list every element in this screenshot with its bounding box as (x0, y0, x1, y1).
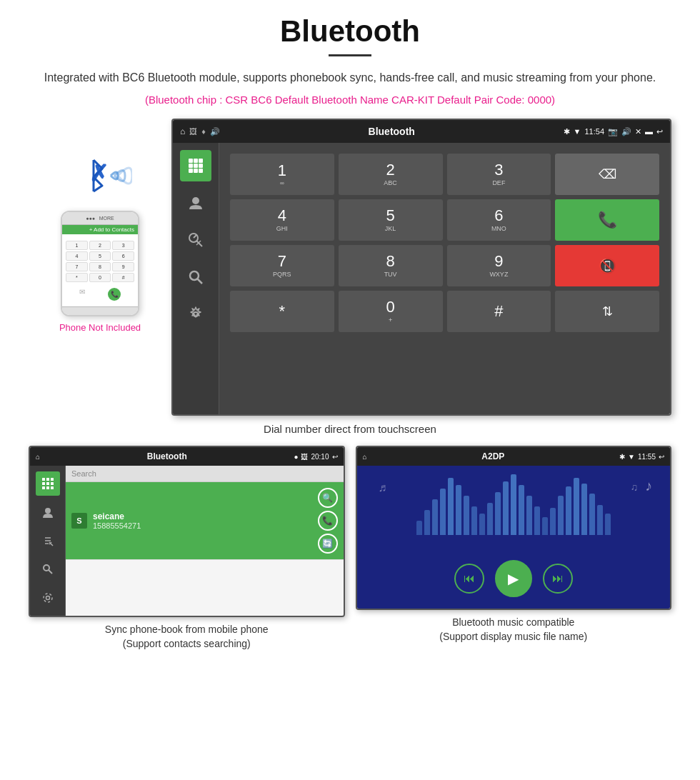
pb-home-icon[interactable]: ⌂ (36, 453, 40, 461)
dial-key-call[interactable]: 📞 (555, 199, 659, 241)
sidebar-recents[interactable] (180, 224, 211, 256)
phone-key-5[interactable]: 5 (89, 251, 111, 261)
phone-key-0[interactable]: 0 (89, 273, 111, 282)
volume-icon[interactable]: 🔊 (621, 127, 631, 136)
contact-letter: S (71, 513, 87, 529)
pb-dot-icon: ● (294, 453, 298, 461)
phone-call-button[interactable]: 📞 (108, 288, 121, 301)
pb-search-icon[interactable] (36, 557, 60, 581)
search-contact-button[interactable]: 🔍 (318, 488, 338, 508)
chip-info: (Bluetooth chip : CSR BC6 Default Blueto… (29, 94, 671, 106)
dial-key-7[interactable]: 7 PQRS (230, 245, 334, 286)
dial-key-0[interactable]: 0 + (339, 291, 443, 332)
dial-key-delete[interactable]: ⌫ (555, 154, 659, 195)
phone-top-bar: ●●● MORE (62, 212, 138, 225)
svg-rect-8 (189, 169, 193, 173)
phone-key-6[interactable]: 6 (112, 251, 134, 261)
dial-key-6[interactable]: 6 MNO (447, 199, 551, 241)
music-back-icon[interactable]: ↩ (659, 453, 664, 461)
contact-name: seicane (93, 511, 312, 521)
close-icon[interactable]: ✕ (635, 127, 641, 136)
svg-rect-24 (51, 482, 54, 485)
contact-row[interactable]: S seicane 15885554271 🔍 📞 🔄 (66, 482, 344, 560)
camera-icon[interactable]: 📷 (608, 127, 618, 136)
svg-rect-5 (189, 164, 193, 168)
title-underline (329, 54, 371, 56)
phonebook-search[interactable]: Search (66, 466, 344, 482)
subtitle: Integrated with BC6 Bluetooth module, su… (29, 69, 671, 86)
dial-key-3[interactable]: 3 DEF (447, 154, 551, 195)
phonebook-screenshot: ⌂ Bluetooth ● 🖼 20:10 ↩ (29, 446, 345, 651)
svg-rect-2 (189, 159, 193, 163)
dial-key-1[interactable]: 1 ∞ (230, 154, 334, 195)
music-bars (368, 478, 660, 535)
phone-key-1[interactable]: 1 (66, 241, 88, 250)
music-screenshot: ⌂ A2DP ✱ ▼ 11:55 ↩ ♪ ♫ ♬ (356, 446, 672, 651)
music-next-button[interactable]: ⏭ (543, 564, 573, 594)
call-contact-button[interactable]: 📞 (318, 511, 338, 531)
svg-line-17 (197, 279, 202, 284)
music-note-1: ♪ (645, 478, 652, 494)
media-icon: 🖼 (189, 127, 197, 136)
statusbar-icons: ✱ ▼ 11:54 📷 🔊 ✕ ▬ ↩ (564, 127, 663, 136)
wifi-icon: ▼ (574, 127, 581, 136)
page-container: Bluetooth Integrated with BC6 Bluetooth … (0, 0, 700, 672)
pb-recents-icon[interactable] (36, 529, 60, 553)
sidebar-contacts[interactable] (180, 187, 211, 219)
pb-back-icon[interactable]: ↩ (332, 453, 338, 461)
sidebar-search[interactable] (180, 261, 211, 293)
main-area: ✗ ●●● MORE + Add to Contacts (29, 119, 671, 416)
dial-key-end[interactable]: 📵 (555, 245, 659, 286)
svg-point-36 (46, 596, 49, 600)
svg-rect-20 (46, 478, 49, 481)
music-caption: Bluetooth music compatible (Support disp… (439, 616, 587, 644)
dial-key-2[interactable]: 2 ABC (339, 154, 443, 195)
phone-key-8[interactable]: 8 (89, 262, 111, 271)
android-dialpad-area: 1 ∞ 2 ABC 3 DEF ⌫ (219, 143, 670, 414)
pb-contacts-icon[interactable] (36, 500, 60, 524)
dial-key-star[interactable]: * (230, 291, 334, 332)
music-home-icon[interactable]: ⌂ (363, 453, 367, 461)
dial-key-5[interactable]: 5 JKL (339, 199, 443, 241)
phone-bottom-bar (62, 306, 138, 315)
sync-contact-button[interactable]: 🔄 (318, 534, 338, 554)
music-note-2: ♫ (631, 481, 639, 493)
music-play-button[interactable]: ▶ (495, 560, 532, 597)
phone-key-9[interactable]: 9 (112, 262, 134, 271)
bt-status-icon: ✱ (564, 127, 570, 136)
music-controls: ⏮ ▶ ⏭ (454, 560, 573, 597)
sidebar-dialpad[interactable] (180, 150, 211, 181)
window-icon[interactable]: ▬ (645, 127, 653, 136)
svg-rect-4 (199, 159, 203, 163)
music-prev-button[interactable]: ⏮ (454, 564, 484, 594)
sidebar-settings[interactable] (180, 299, 211, 330)
phone-key-3[interactable]: 3 (112, 241, 134, 250)
pb-dialpad-icon[interactable] (36, 471, 60, 496)
dial-key-9[interactable]: 9 WXYZ (447, 245, 551, 286)
phone-key-4[interactable]: 4 (66, 251, 88, 261)
audio-icon: 🔊 (210, 127, 220, 136)
phone-key-star[interactable]: * (66, 273, 88, 282)
dialpad-grid: 1 ∞ 2 ABC 3 DEF ⌫ (230, 154, 659, 332)
pb-statusbar-title: Bluetooth (43, 451, 291, 461)
dial-key-switch[interactable]: ⇅ (555, 291, 659, 332)
svg-rect-21 (51, 478, 54, 481)
svg-point-11 (192, 197, 199, 204)
music-screen: ⌂ A2DP ✱ ▼ 11:55 ↩ ♪ ♫ ♬ (356, 446, 672, 610)
pb-settings-icon[interactable] (36, 586, 60, 610)
android-main-screen: ⌂ 🖼 ♦ 🔊 Bluetooth ✱ ▼ 11:54 📷 🔊 ✕ ▬ ↩ (171, 119, 671, 416)
phone-key-hash[interactable]: # (112, 273, 134, 282)
phone-key-7[interactable]: 7 (66, 262, 88, 271)
music-signal: ▼ (628, 453, 635, 461)
svg-rect-3 (194, 159, 198, 163)
android-statusbar: ⌂ 🖼 ♦ 🔊 Bluetooth ✱ ▼ 11:54 📷 🔊 ✕ ▬ ↩ (173, 120, 670, 143)
contact-phone: 15885554271 (93, 521, 312, 530)
phone-key-2[interactable]: 2 (89, 241, 111, 250)
dial-key-hash[interactable]: # (447, 291, 551, 332)
home-icon[interactable]: ⌂ (180, 126, 185, 136)
music-caption-line1: Bluetooth music compatible (452, 616, 574, 628)
dial-key-4[interactable]: 4 GHI (230, 199, 334, 241)
dial-key-8[interactable]: 8 TUV (339, 245, 443, 286)
bottom-screenshots: ⌂ Bluetooth ● 🖼 20:10 ↩ (29, 446, 671, 651)
back-icon[interactable]: ↩ (656, 127, 663, 136)
